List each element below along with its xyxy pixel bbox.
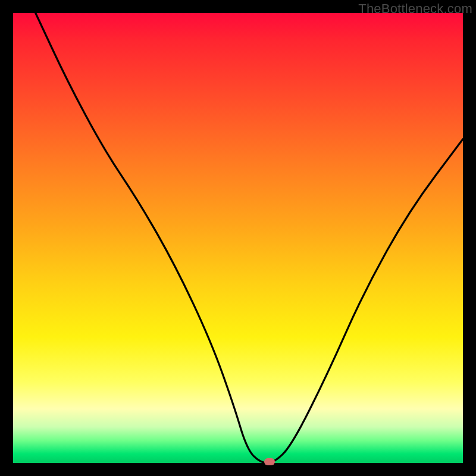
watermark-text: TheBottleneck.com	[358, 1, 472, 17]
chart-frame: TheBottleneck.com	[0, 0, 476, 476]
min-marker	[264, 458, 275, 465]
bottleneck-curve	[0, 0, 476, 476]
